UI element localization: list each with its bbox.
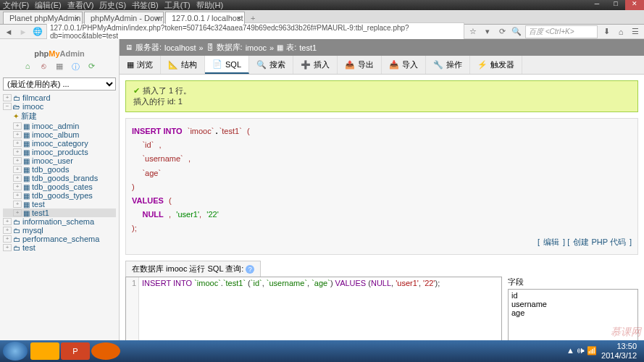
link-create-php[interactable]: 创建 PHP 代码: [573, 237, 626, 246]
browser-menubar: 文件(F) 编辑(E) 查看(V) 历史(S) 书签(B) 工具(T) 帮助(H…: [0, 0, 644, 10]
logout-icon[interactable]: ⎋: [38, 62, 49, 72]
taskbar-firefox[interactable]: [91, 342, 120, 360]
close-icon[interactable]: ×: [237, 14, 241, 22]
search-engine-icon: 🔍: [511, 26, 522, 38]
db-mysql[interactable]: +🗀mysql: [3, 226, 116, 235]
help-icon[interactable]: ?: [246, 265, 254, 274]
phpmyadmin-logo: phpMyAdmin ⌂ ⎋ ▦ ⓘ ⟳: [3, 42, 116, 75]
menu-help[interactable]: 帮助(H): [196, 0, 223, 11]
dropdown-icon[interactable]: ▾: [482, 26, 493, 38]
globe-icon: 🌐: [32, 26, 43, 38]
system-tray[interactable]: ▲ 🕪 📶 13:502014/3/12: [566, 342, 641, 361]
toolbar: ▦浏览 📐结构 📄SQL 🔍搜索 ➕插入 📤导出 📥导入 🔧操作 ⚡触发器: [120, 56, 644, 75]
tab-localhost[interactable]: 127.0.0.1 / localhost / im...×: [165, 12, 245, 24]
tab-triggers[interactable]: ⚡触发器: [470, 56, 522, 74]
tab-insert[interactable]: ➕插入: [293, 56, 338, 74]
close-icon[interactable]: ×: [75, 14, 79, 22]
server-icon: 🖥: [125, 43, 133, 51]
executed-sql: INSERT INTO `imooc`.`test1` ( `id` , `us…: [125, 118, 638, 255]
url-input[interactable]: 127.0.0.1/PHPMyAdmin/index.php?token=507…: [46, 22, 464, 41]
download-icon[interactable]: ⬇: [601, 26, 612, 38]
window-minimize[interactable]: ─: [587, 0, 606, 10]
watermark: 慕课网: [611, 326, 641, 339]
sidebar: phpMyAdmin ⌂ ⎋ ▦ ⓘ ⟳ (最近使用的表) ... +🗀film…: [0, 39, 120, 340]
url-bar: ◄ ► 🌐 127.0.0.1/PHPMyAdmin/index.php?tok…: [0, 25, 644, 39]
search-input[interactable]: 百度 <Ctrl+K>: [525, 25, 598, 38]
sql-editor[interactable]: 1 INSERT INTO `imooc`.`test1` (`id`, `us…: [125, 277, 502, 340]
field-age[interactable]: age: [510, 308, 636, 317]
menu-file[interactable]: 文件(F): [3, 0, 29, 11]
docs-icon[interactable]: ⓘ: [70, 62, 80, 72]
db-information_schema[interactable]: +🗀information_schema: [3, 217, 116, 226]
tab-structure[interactable]: 📐结构: [161, 56, 205, 74]
link-edit[interactable]: 编辑: [543, 237, 559, 246]
table-icon: ▦: [277, 43, 283, 51]
table-test1[interactable]: +▦test1: [3, 209, 116, 217]
database-tree: +🗀filmcard −🗁imooc ✦新建 +▦imooc_admin +▦i…: [3, 93, 116, 252]
tab-download[interactable]: phpMyAdmin - Download×: [84, 12, 164, 24]
tab-sql[interactable]: 📄SQL: [205, 56, 249, 74]
db-performance_schema[interactable]: +🗀performance_schema: [3, 235, 116, 243]
home-icon[interactable]: ⌂: [615, 26, 627, 38]
table-imooc_category[interactable]: +▦imooc_category: [3, 139, 116, 148]
menu-view[interactable]: 查看(V): [67, 0, 94, 11]
table-tdb_goods[interactable]: +▦tdb_goods: [3, 165, 116, 174]
menu-history[interactable]: 历史(S): [99, 0, 126, 11]
taskbar-powerpoint[interactable]: P: [61, 342, 90, 360]
breadcrumb: 🖥 服务器: localhost » 🗄 数据库: imooc » ▦ 表: t…: [120, 39, 644, 56]
check-icon: ✔: [133, 86, 140, 95]
table-imooc_user[interactable]: +▦imooc_user: [3, 156, 116, 165]
menu-bookmarks[interactable]: 书签(B): [132, 0, 159, 11]
table-imooc_album[interactable]: +▦imooc_album: [3, 130, 116, 139]
field-id[interactable]: id: [510, 291, 636, 300]
table-imooc_admin[interactable]: +▦imooc_admin: [3, 122, 116, 130]
db-filmcard[interactable]: +🗀filmcard: [3, 93, 116, 102]
tab-planet[interactable]: Planet phpMyAdmin×: [3, 12, 83, 24]
start-button[interactable]: [3, 342, 28, 361]
sql-action-links: [ 编辑 ] [ 创建 PHP 代码 ]: [132, 236, 632, 249]
db-imooc[interactable]: −🗁imooc: [3, 102, 116, 111]
fields-label: 字段: [508, 277, 638, 287]
bookmark-icon[interactable]: ☆: [467, 26, 479, 38]
tray-icons[interactable]: ▲ 🕪 📶: [566, 346, 597, 355]
db-test[interactable]: +🗀test: [3, 243, 116, 252]
reload-icon[interactable]: ⟳: [496, 26, 508, 38]
tab-import[interactable]: 📥导入: [382, 56, 426, 74]
table-tdb_goods_brands[interactable]: +▦tdb_goods_brands: [3, 174, 116, 182]
tab-operations[interactable]: 🔧操作: [426, 56, 470, 74]
query-tab-label: 在数据库 imooc 运行 SQL 查询: ?: [125, 261, 261, 277]
menu-edit[interactable]: 编辑(E): [35, 0, 62, 11]
close-icon[interactable]: ×: [156, 14, 160, 22]
recent-tables-select[interactable]: (最近使用的表) ...: [3, 77, 116, 90]
forward-button[interactable]: ►: [17, 26, 29, 38]
menu-icon[interactable]: ☰: [630, 26, 641, 38]
main-content: 🖥 服务器: localhost » 🗄 数据库: imooc » ▦ 表: t…: [120, 39, 644, 340]
table-tdb_goods_cates[interactable]: +▦tdb_goods_cates: [3, 182, 116, 191]
reload-icon[interactable]: ⟳: [86, 62, 96, 72]
windows-taskbar: P ▲ 🕪 📶 13:502014/3/12: [0, 340, 644, 362]
line-gutter: 1: [126, 277, 139, 340]
taskbar-app1[interactable]: [30, 342, 59, 360]
window-maximize[interactable]: □: [606, 0, 625, 10]
database-icon: 🗄: [206, 43, 214, 51]
tab-browse[interactable]: ▦浏览: [120, 56, 161, 74]
back-button[interactable]: ◄: [3, 26, 14, 38]
table-tdb_goods_types[interactable]: +▦tdb_goods_types: [3, 191, 116, 200]
tab-search[interactable]: 🔍搜索: [249, 56, 293, 74]
table-test[interactable]: +▦test: [3, 200, 116, 209]
sql-icon[interactable]: ▦: [54, 62, 64, 72]
menu-tools[interactable]: 工具(T): [164, 0, 191, 11]
window-close[interactable]: ✕: [625, 0, 644, 10]
table-imooc_products[interactable]: +▦imooc_products: [3, 148, 116, 156]
home-icon[interactable]: ⌂: [22, 62, 33, 72]
success-message: ✔插入了 1 行。 插入的行 id: 1: [125, 80, 638, 112]
field-username[interactable]: username: [510, 300, 636, 308]
tree-new[interactable]: ✦新建: [3, 111, 116, 122]
tab-export[interactable]: 📤导出: [338, 56, 382, 74]
